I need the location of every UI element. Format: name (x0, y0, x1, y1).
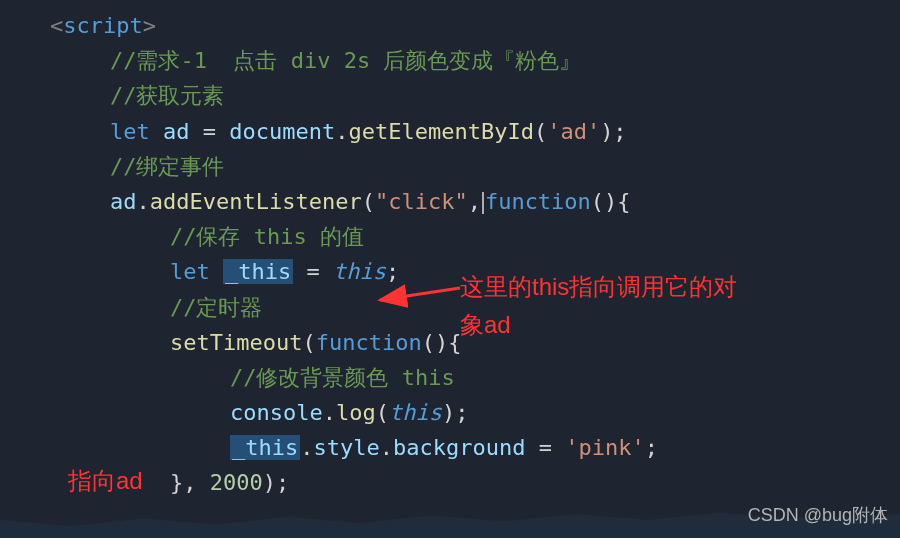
brace-close: }, (170, 470, 210, 495)
code-line-3: //获取元素 (50, 78, 900, 113)
tag-close: > (143, 13, 156, 38)
var-underscore-this: _this (230, 435, 300, 460)
dot: . (137, 189, 150, 214)
console-obj: console (230, 400, 323, 425)
operator-eq: = (525, 435, 565, 460)
watermark-text: CSDN @bug附体 (748, 501, 888, 530)
code-line-4: let ad = document.getElementById('ad'); (50, 114, 900, 149)
code-line-7: //保存 this 的值 (50, 219, 900, 254)
this-keyword: this (389, 400, 442, 425)
comment-save-this: //保存 this 的值 (170, 224, 364, 249)
dot: . (323, 400, 336, 425)
paren-end: ); (263, 470, 290, 495)
paren-brace: (){ (422, 330, 462, 355)
keyword-function: function (316, 330, 422, 355)
prop-background: background (393, 435, 525, 460)
code-line-12: console.log(this); (50, 395, 900, 430)
paren-brace: (){ (591, 189, 631, 214)
dot: . (300, 435, 313, 460)
this-keyword: this (333, 259, 386, 284)
dot: . (335, 119, 348, 144)
code-line-9: //定时器 (50, 290, 900, 325)
semicolon: ; (386, 259, 399, 284)
paren-end: ); (600, 119, 627, 144)
code-line-13: _this.style.background = 'pink'; (50, 430, 900, 465)
comment-requirement: //需求-1 点击 div 2s 后颜色变成『粉色』 (110, 48, 581, 73)
fn-settimeout: setTimeout (170, 330, 302, 355)
comma: , (468, 189, 481, 214)
code-line-6: ad.addEventListener("click",function(){ (50, 184, 900, 219)
keyword-let: let (110, 119, 150, 144)
space (210, 259, 223, 284)
fn-getelementbyid: getElementById (348, 119, 533, 144)
document-obj: document (229, 119, 335, 144)
code-line-5: //绑定事件 (50, 149, 900, 184)
code-line-2: //需求-1 点击 div 2s 后颜色变成『粉色』 (50, 43, 900, 78)
paren: ( (376, 400, 389, 425)
operator-eq: = (293, 259, 333, 284)
string-ad: 'ad' (547, 119, 600, 144)
code-line-14: }, 2000); (50, 465, 900, 500)
code-line-1: <script> (50, 8, 900, 43)
dot: . (380, 435, 393, 460)
comment-get-element: //获取元素 (110, 83, 225, 108)
code-line-11: //修改背景颜色 this (50, 360, 900, 395)
operator-eq: = (203, 119, 230, 144)
string-click: "click" (375, 189, 468, 214)
paren: ( (534, 119, 547, 144)
text-cursor-icon (482, 192, 484, 214)
comment-timer: //定时器 (170, 295, 263, 320)
code-line-10: setTimeout(function(){ (50, 325, 900, 360)
string-pink: 'pink' (565, 435, 644, 460)
var-underscore-this: _this (223, 259, 293, 284)
var-ad: ad (150, 119, 203, 144)
paren: ( (302, 330, 315, 355)
prop-style: style (313, 435, 379, 460)
var-ad2: ad (110, 189, 137, 214)
keyword-let: let (170, 259, 210, 284)
semicolon: ; (645, 435, 658, 460)
fn-addeventlistener: addEventListener (150, 189, 362, 214)
script-tag: script (63, 13, 142, 38)
number-2000: 2000 (210, 470, 263, 495)
comment-bind-event: //绑定事件 (110, 154, 225, 179)
tag-open: < (50, 13, 63, 38)
comment-change-bg: //修改背景颜色 this (230, 365, 455, 390)
paren: ( (362, 189, 375, 214)
keyword-function: function (485, 189, 591, 214)
fn-log: log (336, 400, 376, 425)
code-line-8: let _this = this; (50, 254, 900, 289)
paren-end: ); (442, 400, 469, 425)
